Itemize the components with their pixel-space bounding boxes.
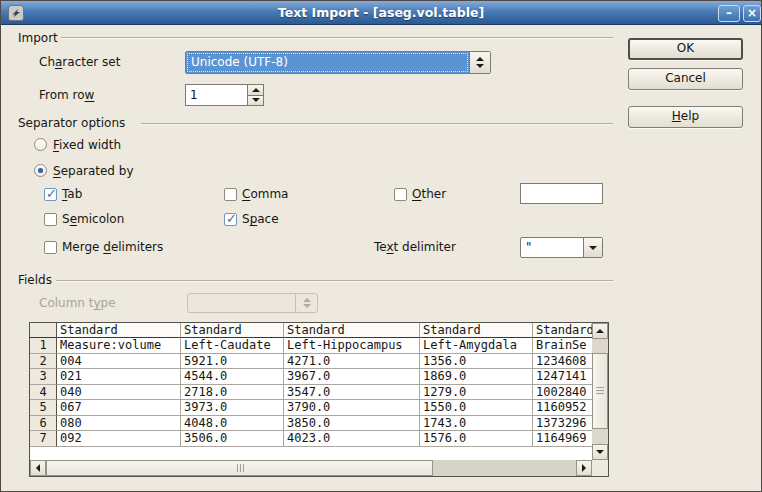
- table-row: 4 040 2718.0 3547.0 1279.0 1002840: [30, 385, 592, 401]
- separator-group-line: [141, 123, 613, 124]
- table-cell[interactable]: 3973.0: [181, 400, 284, 416]
- horizontal-scrollbar[interactable]: [30, 460, 592, 476]
- row-number: 4: [30, 385, 57, 401]
- comma-checkbox[interactable]: [224, 188, 237, 201]
- vertical-scroll-thumb[interactable]: [592, 353, 608, 429]
- separated-by-radio[interactable]: [34, 164, 47, 177]
- tab-checkbox[interactable]: [44, 188, 57, 201]
- csv-preview-table[interactable]: Standard Standard Standard Standard Stan…: [29, 322, 609, 477]
- table-cell[interactable]: 4271.0: [284, 354, 420, 370]
- table-cell[interactable]: 021: [57, 369, 181, 385]
- other-checkbox[interactable]: [394, 188, 407, 201]
- cancel-button[interactable]: Cancel: [628, 68, 743, 90]
- column-header[interactable]: Standard: [57, 323, 181, 338]
- table-cell[interactable]: 1743.0: [420, 416, 533, 432]
- from-row-input[interactable]: [185, 84, 248, 106]
- table-row: 5 067 3973.0 3790.0 1550.0 1160952: [30, 400, 592, 416]
- ok-button[interactable]: OK: [628, 38, 743, 60]
- thumb-grip: [237, 464, 238, 472]
- column-header[interactable]: Standard: [533, 323, 592, 338]
- table-cell[interactable]: 004: [57, 354, 181, 370]
- table-cell[interactable]: 080: [57, 416, 181, 432]
- spin-down-icon: [252, 98, 260, 102]
- column-header[interactable]: Standard: [181, 323, 284, 338]
- table-cell[interactable]: 040: [57, 385, 181, 401]
- spin-up-button[interactable]: [247, 84, 264, 96]
- table-row: 3 021 4544.0 3967.0 1869.0 1247141: [30, 369, 592, 385]
- scroll-up-button[interactable]: [592, 323, 608, 339]
- scroll-left-button[interactable]: [30, 460, 46, 476]
- table-cell[interactable]: 1550.0: [420, 400, 533, 416]
- scroll-right-button[interactable]: [576, 460, 592, 476]
- table-cell[interactable]: 1234608: [533, 354, 592, 370]
- help-button[interactable]: Help: [628, 106, 743, 128]
- table-cell[interactable]: BrainSe: [533, 338, 592, 354]
- semicolon-label[interactable]: Semicolon: [62, 212, 124, 226]
- table-cell[interactable]: 3547.0: [284, 385, 420, 401]
- table-cell[interactable]: 5921.0: [181, 354, 284, 370]
- arrow-up-icon: [596, 329, 604, 333]
- table-cell[interactable]: Left-Amygdala: [420, 338, 533, 354]
- table-cell[interactable]: Left-Caudate: [181, 338, 284, 354]
- column-header[interactable]: Standard: [420, 323, 533, 338]
- comma-label[interactable]: Comma: [242, 187, 288, 201]
- vertical-scrollbar[interactable]: [592, 323, 608, 460]
- corner-cell: [30, 323, 57, 338]
- fixed-width-radio[interactable]: [34, 138, 47, 151]
- table-cell[interactable]: 092: [57, 431, 181, 447]
- other-separator-input[interactable]: [520, 183, 603, 204]
- merge-delimiters-checkbox[interactable]: [44, 241, 57, 254]
- space-label[interactable]: Space: [242, 212, 279, 226]
- table-cell[interactable]: 1164969: [533, 431, 592, 447]
- table-cell[interactable]: 1869.0: [420, 369, 533, 385]
- table-cell[interactable]: 1373296: [533, 416, 592, 432]
- table-cell[interactable]: 3967.0: [284, 369, 420, 385]
- from-row-label: From row: [39, 88, 94, 102]
- table-cell[interactable]: Left-Hippocampus: [284, 338, 420, 354]
- character-set-value: Unicode (UTF-8): [186, 52, 469, 73]
- text-delimiter-label: Text delimiter: [374, 240, 456, 254]
- character-set-label: Character set: [39, 55, 120, 69]
- minimize-button[interactable]: –: [718, 5, 740, 22]
- preview-grid: Standard Standard Standard Standard Stan…: [30, 323, 592, 460]
- titlebar[interactable]: Text Import - [aseg.vol.table] – ×: [1, 1, 761, 25]
- horizontal-scroll-thumb[interactable]: [46, 460, 433, 476]
- character-set-spinner[interactable]: [469, 52, 490, 73]
- from-row-spinner[interactable]: [247, 84, 264, 106]
- table-cell[interactable]: Measure:volume: [57, 338, 181, 354]
- close-button[interactable]: ×: [743, 5, 761, 22]
- table-row: 2 004 5921.0 4271.0 1356.0 1234608: [30, 354, 592, 370]
- table-cell[interactable]: 4023.0: [284, 431, 420, 447]
- column-type-combobox: [187, 293, 318, 313]
- spin-down-button[interactable]: [247, 96, 264, 107]
- table-header-row: Standard Standard Standard Standard Stan…: [30, 323, 592, 338]
- text-delimiter-combobox[interactable]: ": [520, 237, 603, 258]
- column-type-label: Column type: [39, 296, 116, 310]
- column-header[interactable]: Standard: [284, 323, 420, 338]
- fixed-width-label[interactable]: Fixed width: [53, 138, 121, 152]
- text-delimiter-dropdown-button[interactable]: [583, 238, 602, 257]
- merge-delimiters-label[interactable]: Merge delimiters: [62, 240, 163, 254]
- table-cell[interactable]: 2718.0: [181, 385, 284, 401]
- table-cell[interactable]: 1160952: [533, 400, 592, 416]
- table-cell[interactable]: 067: [57, 400, 181, 416]
- tab-label[interactable]: Tab: [62, 187, 82, 201]
- space-checkbox[interactable]: [224, 213, 237, 226]
- table-cell[interactable]: 1279.0: [420, 385, 533, 401]
- table-cell[interactable]: 1356.0: [420, 354, 533, 370]
- table-cell[interactable]: 3790.0: [284, 400, 420, 416]
- other-label[interactable]: Other: [412, 187, 446, 201]
- arrow-left-icon: [36, 464, 40, 472]
- arrow-right-icon: [582, 464, 586, 472]
- table-cell[interactable]: 3506.0: [181, 431, 284, 447]
- table-cell[interactable]: 4544.0: [181, 369, 284, 385]
- semicolon-checkbox[interactable]: [44, 213, 57, 226]
- character-set-combobox[interactable]: Unicode (UTF-8): [185, 51, 491, 74]
- table-cell[interactable]: 1247141: [533, 369, 592, 385]
- table-cell[interactable]: 4048.0: [181, 416, 284, 432]
- table-cell[interactable]: 1002840: [533, 385, 592, 401]
- separated-by-label[interactable]: Separated by: [53, 164, 134, 178]
- table-cell[interactable]: 3850.0: [284, 416, 420, 432]
- scroll-down-button[interactable]: [592, 444, 608, 460]
- table-cell[interactable]: 1576.0: [420, 431, 533, 447]
